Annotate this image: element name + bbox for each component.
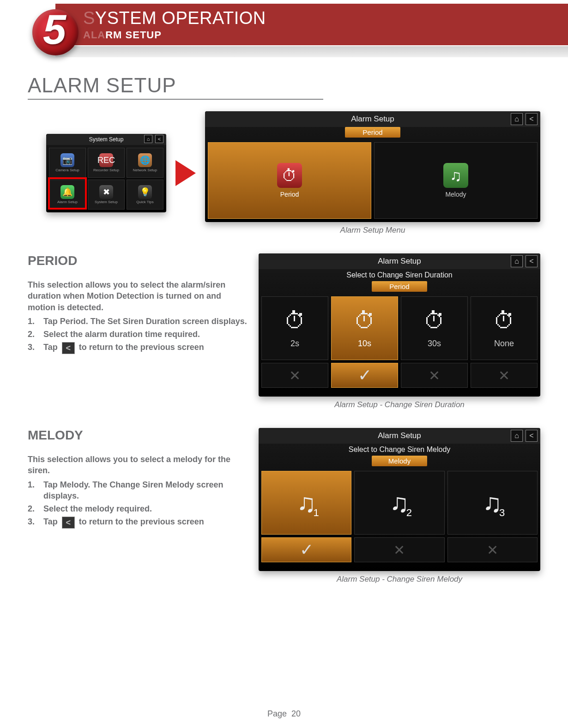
footer-page-number: 20 — [291, 709, 301, 718]
heading-melody: MELODY — [28, 428, 249, 443]
melody-icon: ♫ — [443, 163, 468, 188]
mini-tile-system[interactable]: ✖System Setup — [88, 180, 125, 210]
menu-titlebar: Alarm Setup ⌂ < — [205, 111, 540, 127]
thumb-titlebar: System Setup ⌂ < — [46, 134, 166, 145]
melody-intro: This selection allows you to select a me… — [28, 454, 249, 476]
melody-step-2: Select the melody required. — [28, 503, 249, 514]
back-icon[interactable]: < — [62, 517, 75, 529]
header-sub-dim: ALA — [83, 29, 105, 41]
back-icon[interactable]: < — [526, 430, 538, 442]
cross-icon: ✕ — [429, 367, 440, 384]
home-icon[interactable]: ⌂ — [511, 255, 523, 267]
tile-period[interactable]: ⏱ Period — [208, 142, 371, 219]
home-icon[interactable]: ⌂ — [144, 135, 152, 143]
figure-alarm-setup-menu: System Setup ⌂ < 📷Camera Setup RECRecord… — [28, 111, 540, 235]
mini-tile-network[interactable]: 🌐Network Setup — [127, 148, 163, 178]
thumb-title: System Setup — [89, 136, 124, 143]
chapter-badge: 5 — [32, 9, 79, 55]
check-icon: ✓ — [300, 540, 314, 560]
period-step-1: Tap Period. The Set Siren Duration scree… — [28, 316, 249, 327]
music-note-icon: ♫1 — [297, 488, 316, 518]
period-icon: ⏱ — [277, 163, 302, 188]
period-intro: This selection allows you to select the … — [28, 279, 249, 313]
cross-icon: ✕ — [487, 542, 498, 558]
caption-duration: Alarm Setup - Change Siren Duration — [259, 400, 540, 409]
cancel-button-2[interactable]: ✕ — [401, 363, 468, 388]
duration-title: Alarm Setup — [378, 257, 421, 266]
highlight-alarm-setup — [48, 177, 87, 210]
melody-subtitle: Select to Change Siren Melody — [259, 444, 540, 456]
melody-option-2[interactable]: ♫2 — [354, 471, 444, 535]
page-title: ALARM SETUP — [28, 74, 323, 100]
melody-title: Alarm Setup — [378, 431, 421, 440]
back-icon[interactable]: < — [526, 113, 538, 125]
cross-icon: ✕ — [393, 542, 405, 558]
heading-period: PERIOD — [28, 253, 249, 268]
confirm-button[interactable]: ✓ — [261, 537, 351, 562]
header-title: SYSTEM OPERATION — [83, 8, 568, 28]
header-sub-main: RM SETUP — [105, 29, 162, 41]
cross-icon: ✕ — [498, 367, 510, 384]
section-period: PERIOD This selection allows you to sele… — [28, 253, 540, 409]
cancel-button-3[interactable]: ✕ — [471, 363, 538, 388]
arrow-right-icon — [175, 160, 196, 186]
mini-tile-camera[interactable]: 📷Camera Setup — [49, 148, 86, 178]
alarm-setup-menu-screen: Alarm Setup ⌂ < Period ⏱ Period ♫ Melody — [205, 111, 540, 222]
header-title-dim: S — [83, 8, 95, 28]
siren-duration-screen: Alarm Setup ⌂ < Select to Change Siren D… — [259, 253, 540, 397]
stopwatch-icon: ⏱ — [284, 308, 306, 333]
siren-melody-screen: Alarm Setup ⌂ < Select to Change Siren M… — [259, 428, 540, 571]
confirm-button[interactable]: ✓ — [331, 363, 398, 388]
period-step-2: Select the alarm duration time required. — [28, 329, 249, 340]
duration-option-10s[interactable]: ⏱10s — [331, 296, 398, 360]
chapter-number: 5 — [43, 6, 66, 54]
stopwatch-icon: ⏱ — [354, 308, 376, 333]
header-title-main: YSTEM OPERATION — [95, 8, 266, 28]
duration-option-none[interactable]: ⏱None — [471, 296, 538, 360]
cancel-button[interactable]: ✕ — [261, 363, 328, 388]
caption-menu: Alarm Setup Menu — [205, 226, 540, 235]
back-icon[interactable]: < — [526, 255, 538, 267]
duration-option-30s[interactable]: ⏱30s — [401, 296, 468, 360]
stopwatch-icon: ⏱ — [423, 308, 446, 333]
period-steps: Tap Period. The Set Siren Duration scree… — [28, 316, 249, 354]
duration-option-2s[interactable]: ⏱2s — [261, 296, 328, 360]
tile-period-label: Period — [280, 191, 299, 198]
home-icon[interactable]: ⌂ — [511, 430, 523, 442]
melody-step-1: Tap Melody. The Change Siren Melody scre… — [28, 479, 249, 502]
music-note-icon: ♫3 — [483, 488, 502, 518]
menu-title: Alarm Setup — [351, 114, 394, 124]
cancel-button[interactable]: ✕ — [354, 537, 444, 562]
melody-option-3[interactable]: ♫3 — [447, 471, 538, 535]
check-icon: ✓ — [358, 366, 372, 385]
tile-melody[interactable]: ♫ Melody — [374, 142, 538, 219]
header-divider — [55, 46, 568, 57]
footer-label: Page — [267, 709, 287, 718]
back-icon[interactable]: < — [62, 342, 75, 354]
duration-subtitle: Select to Change Siren Duration — [259, 269, 540, 281]
duration-tab: Period — [372, 281, 427, 292]
duration-titlebar: Alarm Setup ⌂ < — [259, 253, 540, 269]
mini-tile-quick[interactable]: 💡Quick Tips — [127, 180, 163, 210]
section-melody: MELODY This selection allows you to sele… — [28, 428, 540, 584]
system-setup-thumb: System Setup ⌂ < 📷Camera Setup RECRecord… — [46, 134, 166, 212]
cancel-button-2[interactable]: ✕ — [447, 537, 538, 562]
tile-melody-label: Melody — [445, 191, 466, 198]
stopwatch-icon: ⏱ — [493, 308, 515, 333]
melody-steps: Tap Melody. The Change Siren Melody scre… — [28, 479, 249, 529]
home-icon[interactable]: ⌂ — [511, 113, 523, 125]
melody-titlebar: Alarm Setup ⌂ < — [259, 428, 540, 444]
page-header: 5 SYSTEM OPERATION ALARM SETUP — [0, 0, 568, 60]
melody-option-1[interactable]: ♫1 — [261, 471, 351, 535]
period-step-3: Tap < to return to the previous screen — [28, 342, 249, 354]
caption-melody: Alarm Setup - Change Siren Melody — [259, 575, 540, 584]
page-footer: Page 20 — [0, 709, 568, 719]
header-subtitle: ALARM SETUP — [83, 29, 568, 41]
mini-tile-recorder[interactable]: RECRecorder Setup — [88, 148, 125, 178]
menu-active-tab: Period — [345, 127, 400, 138]
back-icon[interactable]: < — [155, 135, 163, 143]
music-note-icon: ♫2 — [390, 488, 409, 518]
cross-icon: ✕ — [289, 367, 301, 384]
header-red-bar: SYSTEM OPERATION ALARM SETUP — [55, 4, 568, 45]
melody-step-3: Tap < to return to the previous screen — [28, 516, 249, 528]
